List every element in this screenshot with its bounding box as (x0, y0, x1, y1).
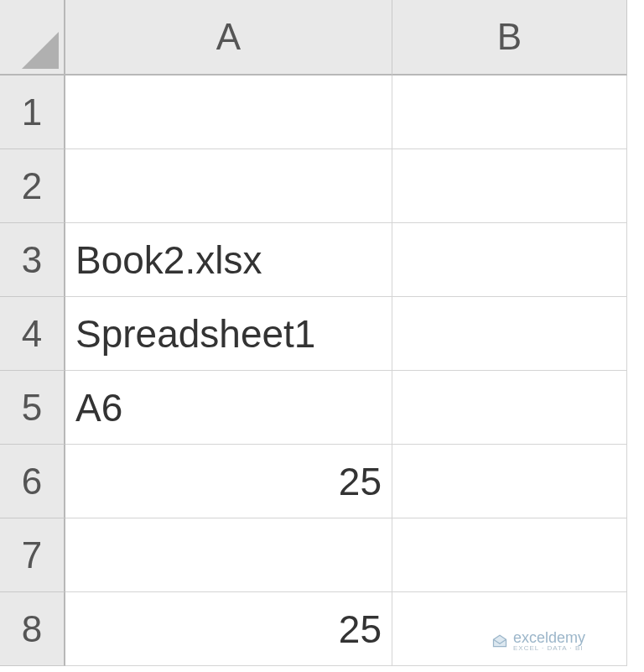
watermark-logo-icon (491, 633, 508, 649)
cell-a1[interactable] (65, 76, 392, 149)
cell-a6[interactable]: 25 (65, 445, 392, 518)
row-header-8[interactable]: 8 (0, 592, 65, 666)
watermark: exceldemy EXCEL · DATA · BI (491, 630, 585, 652)
row-header-4[interactable]: 4 (0, 297, 65, 371)
cell-a8[interactable]: 25 (65, 592, 392, 666)
cell-b2[interactable] (392, 149, 627, 223)
cell-a5[interactable]: A6 (65, 371, 392, 445)
row-header-7[interactable]: 7 (0, 518, 65, 592)
watermark-sub: EXCEL · DATA · BI (513, 645, 585, 652)
cell-a4[interactable]: Spreadsheet1 (65, 297, 392, 371)
spreadsheet-grid: A B 1 2 3 Book2.xlsx 4 Spreadsheet1 5 A6… (0, 0, 644, 666)
cell-b1[interactable] (392, 76, 627, 149)
row-header-2[interactable]: 2 (0, 149, 65, 223)
cell-b8[interactable] (392, 592, 627, 666)
cell-b5[interactable] (392, 371, 627, 445)
row-header-5[interactable]: 5 (0, 371, 65, 445)
cell-a7[interactable] (65, 518, 392, 592)
cell-b3[interactable] (392, 223, 627, 297)
row-header-6[interactable]: 6 (0, 445, 65, 518)
cell-a2[interactable] (65, 149, 392, 223)
row-header-1[interactable]: 1 (0, 76, 65, 149)
cell-b6[interactable] (392, 445, 627, 518)
select-all-triangle-icon (22, 32, 59, 69)
cell-b7[interactable] (392, 518, 627, 592)
watermark-text: exceldemy EXCEL · DATA · BI (513, 630, 585, 652)
column-header-a[interactable]: A (65, 0, 392, 76)
column-header-b[interactable]: B (392, 0, 627, 76)
cell-b4[interactable] (392, 297, 627, 371)
row-header-3[interactable]: 3 (0, 223, 65, 297)
watermark-main: exceldemy (513, 630, 585, 645)
cell-a3[interactable]: Book2.xlsx (65, 223, 392, 297)
select-all-corner[interactable] (0, 0, 65, 76)
